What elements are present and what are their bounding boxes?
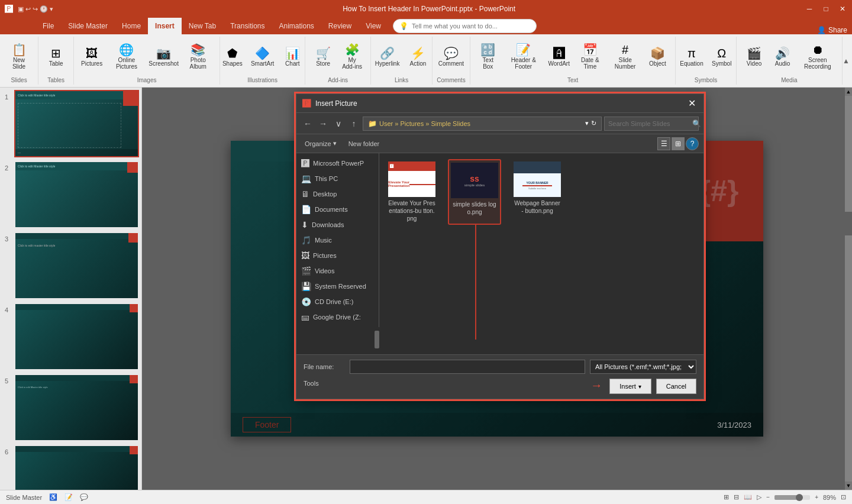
slide-thumb-2[interactable]: 2 Click to edit Master title style [14,161,139,228]
ribbon-comments-items: 💬 Comment [435,37,467,77]
smartart-button[interactable]: 🔷 SmartArt [248,46,277,69]
tab-insert[interactable]: Insert [148,18,182,34]
nav-item-thispc[interactable]: 💻 This PC [296,171,379,186]
minimize-button[interactable]: ─ [805,4,814,14]
nav-item-documents[interactable]: 📄 Documents [296,202,379,217]
screen-recording-button[interactable]: ⏺ Screen Recording [798,42,838,72]
video-button[interactable]: 🎬 Video [741,46,767,69]
nav-item-sysreserved[interactable]: 💾 System Reserved [296,279,379,294]
table-button[interactable]: ⊞ Table [43,46,69,69]
tab-transitions[interactable]: Transitions [223,18,272,34]
file-item-elevate[interactable]: 🅿 Elevate YourPresentation Elevate Your [385,159,438,225]
screen-recording-label: Screen Recording [801,57,835,70]
header-footer-button[interactable]: 📝 Header & Footer [504,42,544,72]
chart-button[interactable]: 📊 Chart [279,46,305,69]
view-large-icon-button[interactable]: ⊞ [672,137,685,150]
address-bar[interactable]: 📁 User » Pictures » Simple Slides ▾ ↻ [363,117,602,131]
equation-button[interactable]: π Equation [677,46,706,69]
title-bar-controls[interactable]: ─ □ ✕ [805,4,847,14]
search-box[interactable]: 🔍 [604,117,699,131]
reading-view-icon[interactable]: 📖 [744,493,752,501]
close-button[interactable]: ✕ [838,4,847,14]
text-box-icon: 🔡 [480,44,495,56]
new-folder-button[interactable]: New folder [345,139,383,148]
nav-forward-button[interactable]: → [317,117,330,130]
fit-slide-icon[interactable]: ⊡ [841,493,846,501]
comments-status-icon[interactable]: 💬 [80,493,88,501]
nav-item-videos[interactable]: 🎬 Videos [296,263,379,279]
hyperlink-button[interactable]: 🔗 Hyperlink [372,46,403,69]
tab-home[interactable]: Home [115,18,148,34]
cancel-button[interactable]: Cancel [656,379,696,394]
file-item-banner[interactable]: YOUR BANNER Subtitle text here Webpage B… [511,159,564,225]
search-input[interactable] [608,120,690,127]
new-slide-button[interactable]: 📋 New Slide [5,42,33,72]
organize-button[interactable]: Organize ▾ [301,138,340,148]
audio-button[interactable]: 🔊 Audio [770,46,796,69]
slide-thumb-3[interactable]: 3 Click to edit master title style [14,232,139,299]
slide-thumb-1[interactable]: 1 Click to edit Master title style ⋯ [14,90,139,157]
tab-animations[interactable]: Animations [272,18,321,34]
date-time-button[interactable]: 📅 Date & Time [575,42,606,72]
dialog-close-button[interactable]: ✕ [686,98,698,109]
symbol-button[interactable]: Ω Symbol [709,46,735,69]
nav-item-pictures[interactable]: 🖼 Pictures [296,248,379,263]
filename-input[interactable] [350,360,585,374]
zoom-minus-icon[interactable]: − [766,494,770,500]
comment-button[interactable]: 💬 Comment [435,46,467,69]
nav-item-downloads[interactable]: ⬇ Downloads [296,217,379,232]
view-icons: ☰ ⊞ ? [657,137,699,150]
tab-new-tab[interactable]: New Tab [182,18,223,34]
zoom-thumb[interactable] [796,494,803,501]
help-button[interactable]: ? [686,137,699,150]
ribbon-collapse-icon[interactable]: ▲ [843,57,850,65]
photo-album-button[interactable]: 📚 Photo Album [181,42,215,72]
nav-item-music[interactable]: 🎵 Music [296,232,379,248]
normal-view-icon[interactable]: ⊞ [724,493,729,501]
tab-slide-master[interactable]: Slide Master [61,18,115,34]
nav-down-button[interactable]: ∨ [332,117,345,130]
nav-item-powerpointp[interactable]: 🅿 Microsoft PowerP [296,156,379,171]
insert-button[interactable]: Insert ▾ [609,379,651,394]
nav-back-button[interactable]: ← [301,117,314,130]
share-button[interactable]: 👤 Share [817,26,847,34]
tab-review[interactable]: Review [321,18,359,34]
my-addins-button[interactable]: 🧩 My Add-ins [338,42,366,72]
zoom-level[interactable]: 89% [823,494,836,501]
address-dropdown-icon[interactable]: ▾ [585,119,589,127]
slide-number-button[interactable]: # Slide Number [608,42,643,72]
online-pictures-button[interactable]: 🌐 Online Pictures [107,42,146,72]
tab-file[interactable]: File [36,18,61,34]
view-details-button[interactable]: ☰ [657,137,670,150]
text-box-button[interactable]: 🔡 Text Box [475,42,501,72]
slide-thumb-4[interactable]: 4 [14,303,139,370]
slide-sorter-icon[interactable]: ⊟ [734,493,739,501]
nav-up-button[interactable]: ↑ [347,117,360,130]
file-item-logo[interactable]: ss simple slides simple slides logo.png [448,159,501,225]
store-button[interactable]: 🛒 Store [310,46,336,69]
pictures-icon: 🖼 [86,47,98,59]
notes-icon[interactable]: 📝 [64,493,73,501]
pictures-button[interactable]: 🖼 Pictures [79,46,105,69]
shapes-button[interactable]: ⬟ Shapes [220,46,246,69]
nav-desktop-label: Desktop [313,190,337,198]
screenshot-button[interactable]: 📷 Screenshot [149,46,179,69]
maximize-button[interactable]: □ [821,4,831,14]
action-button[interactable]: ⚡ Action [405,46,431,69]
nav-item-googledrive[interactable]: 🖴 Google Drive (Z: [296,309,379,325]
tools-label[interactable]: Tools [304,380,319,394]
slide-preview-2: Click to edit Master title style [15,162,138,227]
address-refresh-icon[interactable]: ↻ [591,119,596,127]
zoom-slider[interactable] [774,495,810,500]
nav-item-desktop[interactable]: 🖥 Desktop [296,186,379,202]
zoom-plus-icon[interactable]: + [815,494,818,500]
object-button[interactable]: 📦 Object [644,46,670,69]
slide-thumb-5[interactable]: 5 Click to edit Master title style [14,374,139,441]
slideshow-icon[interactable]: ▷ [757,493,761,501]
wordart-button[interactable]: 🅰 WordArt [546,46,572,69]
tell-me-input[interactable] [412,22,530,30]
tab-view[interactable]: View [359,18,388,34]
filetype-select[interactable]: All Pictures (*.emf;*.wmf;*.jpg; [590,360,696,374]
tell-me-box[interactable]: 💡 [393,19,537,33]
nav-item-cddrive[interactable]: 💿 CD Drive (E:) [296,294,379,309]
